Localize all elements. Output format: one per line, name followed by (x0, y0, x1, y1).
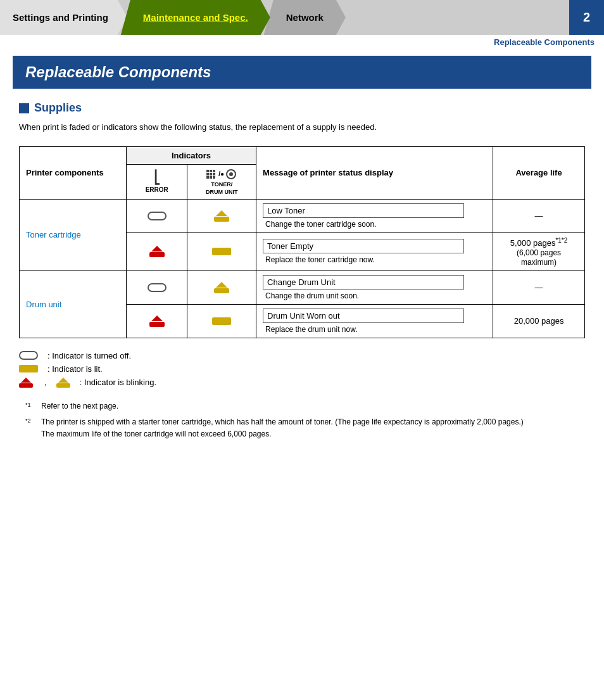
blink-red-arrow-2 (151, 315, 163, 321)
legend-blink: , : Indicator is blinking. (19, 378, 585, 388)
blink-yellow-bar-2 (214, 288, 229, 293)
legend-on: : Indicator is lit. (19, 364, 585, 374)
legend-blink-yellow-icon (56, 378, 70, 388)
section-heading: Supplies (19, 101, 585, 115)
blink-red-bar-2 (149, 322, 165, 327)
tab-maintenance-spec[interactable]: Maintenance and Spec. (121, 0, 270, 35)
table-row: Toner cartridge Low Toner Change the ton… (20, 199, 585, 232)
svg-point-1 (229, 172, 233, 176)
table-row: Drum unit Change Drum Unit Change the dr… (20, 270, 585, 304)
legend-blink-red-icon (19, 378, 33, 388)
blink-yellow-arrow (216, 210, 227, 216)
blink-yellow-bar (214, 217, 229, 222)
legend-off-icon (19, 351, 38, 360)
toner-indicator-solid-yellow (187, 232, 256, 270)
col-header-life: Average life (493, 146, 585, 199)
life-drum-worn: 20,000 pages (493, 304, 585, 338)
col-header-component: Printer components (20, 146, 127, 199)
page-title-banner: Replaceable Components (13, 56, 591, 89)
component-drum: Drum unit (20, 270, 127, 338)
section-icon (19, 103, 29, 113)
footnotes: *1 Refer to the next page. *2 The printe… (19, 400, 585, 441)
life-low-toner: — (493, 199, 585, 232)
message-change-drum: Change Drum Unit Change the drum unit so… (256, 270, 493, 304)
blink-yellow-arrow-2 (216, 282, 227, 288)
error-indicator-blink-red (126, 232, 187, 270)
footnote-1: *1 Refer to the next page. (25, 400, 585, 413)
toner-indicator-blink-yellow-2 (187, 270, 256, 304)
message-toner-empty: Toner Empty Replace the toner cartridge … (256, 232, 493, 270)
tab-settings-printing[interactable]: Settings and Printing (0, 0, 127, 35)
col-header-message: Message of printer status display (256, 146, 493, 199)
toner-indicator-blink-yellow (187, 199, 256, 232)
intro-text: When print is faded or indicators show t… (19, 121, 585, 134)
error-icon: ⎣ (154, 170, 160, 185)
life-toner-empty: 5,000 pages*1*2 (6,000 pages maximum) (493, 232, 585, 270)
message-drum-worn: Drum Unit Worn out Replace the drum unit… (256, 304, 493, 338)
toner-indicator-solid-yellow-2 (187, 304, 256, 338)
breadcrumb: Replaceable Components (0, 35, 604, 49)
content-area: Supplies When print is faded or indicato… (0, 95, 604, 450)
indicator-off-icon (148, 212, 167, 220)
drum-unit-icon (225, 169, 237, 180)
legend-on-icon (19, 365, 38, 372)
life-change-drum: — (493, 270, 585, 304)
footnote-2: *2 The printer is shipped with a starter… (25, 416, 585, 440)
component-toner: Toner cartridge (20, 199, 127, 270)
legend-off: : Indicator is turned off. (19, 351, 585, 360)
page-number: 2 (569, 0, 604, 35)
blink-red-arrow (151, 246, 163, 251)
error-indicator-off-2 (126, 270, 187, 304)
error-indicator-blink-red-2 (126, 304, 187, 338)
col-header-indicators: Indicators (126, 146, 256, 164)
indicator-off-icon-2 (148, 283, 167, 292)
blink-red-bar (149, 252, 165, 257)
indicator-solid-yellow-icon (212, 248, 231, 255)
col-header-toner-drum: /● TONER/ DRUM UNIT (187, 164, 256, 199)
message-low-toner: Low Toner Change the toner cartridge soo… (256, 199, 493, 232)
indicator-solid-yellow-icon-2 (212, 317, 231, 325)
supplies-table: Printer components Indicators Message of… (19, 146, 585, 338)
legend: : Indicator is turned off. : Indicator i… (19, 351, 585, 388)
nav-bar: Settings and Printing Maintenance and Sp… (0, 0, 604, 35)
col-header-error: ⎣ ERROR (126, 164, 187, 199)
error-indicator-off (126, 199, 187, 232)
tab-network[interactable]: Network (264, 0, 346, 35)
